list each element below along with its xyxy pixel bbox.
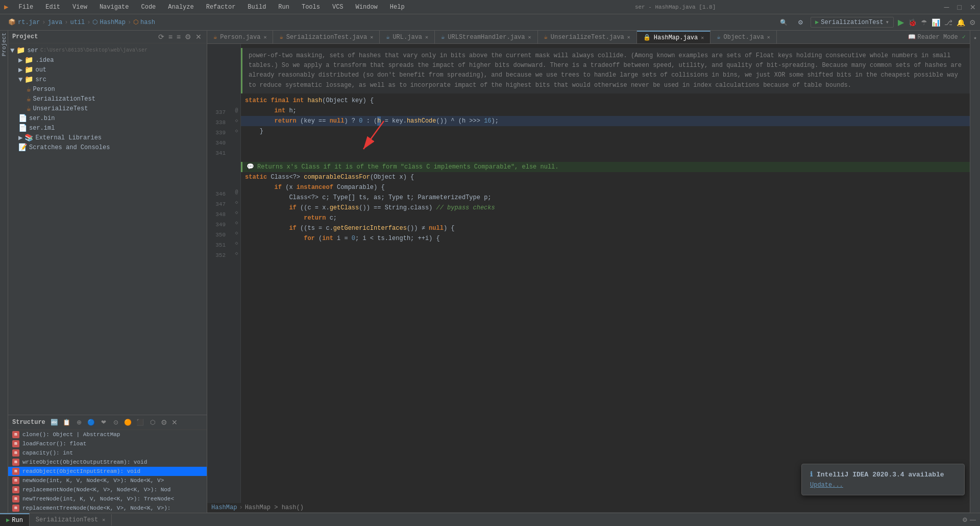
close-button[interactable]: ✕	[970, 3, 976, 11]
project-root[interactable]: ▼ 📁 ser C:\Users\86135\Desktop\web\java\…	[8, 45, 207, 55]
run-button[interactable]: ▶	[898, 17, 904, 27]
ann-337[interactable]: @	[233, 105, 240, 115]
struct-btn5[interactable]: 🟠	[123, 417, 133, 427]
notifications-button[interactable]: 🔔	[957, 18, 965, 27]
menu-file[interactable]: File	[16, 3, 35, 12]
profile-button[interactable]: 📊	[932, 18, 940, 27]
ann-346[interactable]: @	[233, 187, 240, 197]
menu-build[interactable]: Build	[246, 3, 268, 12]
sync-button[interactable]: ⟳	[157, 33, 165, 41]
tree-serbin[interactable]: 📄 ser.bin	[8, 113, 207, 123]
code-line-341[interactable]	[241, 136, 970, 147]
tree-serialization[interactable]: ☕ SerializationTest	[8, 94, 207, 104]
code-line-352[interactable]: for ( int i = 0; i < ts.length; ++i) {	[241, 233, 970, 244]
menu-window[interactable]: Window	[354, 3, 380, 12]
run-config-tab-close[interactable]: ✕	[102, 517, 105, 523]
tree-seriml[interactable]: 📄 ser.iml	[8, 123, 207, 133]
struct-item-8[interactable]: m replacementTreeNode(Node<K, V>, Node<K…	[8, 504, 207, 513]
menu-tools[interactable]: Tools	[300, 3, 322, 12]
tab-hashmap-close[interactable]: ✕	[701, 35, 704, 41]
menu-vcs[interactable]: VCS	[330, 3, 346, 12]
struct-btn7[interactable]: ⬡	[148, 417, 158, 427]
breadcrumb-rtjar-label[interactable]: rt.jar	[18, 19, 40, 26]
struct-item-3[interactable]: m writeObject(ObjectOutputStream): void	[8, 458, 207, 467]
code-line-340[interactable]: }	[241, 126, 970, 136]
tab-serialization[interactable]: ☕ SerializationTest.java ✕	[273, 31, 380, 43]
vcs-button[interactable]: ⎇	[944, 18, 952, 27]
reader-mode-button[interactable]: 📖 Reader Mode	[908, 33, 958, 41]
run-config[interactable]: ▶ SerializationTest ▾	[811, 17, 894, 28]
tree-external-libs[interactable]: ▶ 📚 External Libraries	[8, 133, 207, 142]
tab-hashmap[interactable]: 🔒 HashMap.java ✕	[637, 31, 710, 43]
breadcrumb-java[interactable]: java	[47, 19, 62, 26]
code-editor[interactable]: 337 338 339 340 341 346 347 348 349 350 …	[207, 44, 970, 503]
struct-btn3[interactable]: ❤	[99, 417, 109, 427]
tree-out[interactable]: ▶ 📁 out	[8, 65, 207, 75]
bottom-tab-run[interactable]: ▶ Run	[0, 513, 30, 526]
editor-breadcrumb-hash[interactable]: HashMap > hash()	[245, 504, 304, 511]
tab-object[interactable]: ☕ Object.java ✕	[710, 31, 776, 43]
tab-url[interactable]: ☕ URL.java ✕	[380, 31, 435, 43]
menu-navigate[interactable]: Navigate	[97, 3, 131, 12]
code-line-339[interactable]: return (key == null) ? 0 : ( h = key. ha…	[241, 116, 970, 126]
project-icon[interactable]: Project	[1, 33, 7, 56]
struct-item-2[interactable]: m capacity(): int	[8, 448, 207, 458]
menu-edit[interactable]: Edit	[43, 3, 62, 12]
struct-item-4[interactable]: m readObject(ObjectInputStream): void	[8, 467, 207, 476]
code-line-337[interactable]: static final int hash ( Object key ) {	[241, 95, 970, 106]
bottom-settings-button[interactable]: ⚙	[962, 516, 968, 523]
tab-url-close[interactable]: ✕	[425, 34, 428, 40]
settings-button[interactable]: ⚙	[795, 18, 806, 27]
sort-alpha-button[interactable]: 🔤	[50, 417, 60, 427]
struct-btn6[interactable]: ⬛	[135, 417, 145, 427]
menu-code[interactable]: Code	[139, 3, 158, 12]
code-line-338[interactable]: int h;	[241, 106, 970, 116]
struct-btn2[interactable]: 🔵	[86, 417, 96, 427]
code-line-346[interactable]: static Class<?> comparableClassFor ( Obj…	[241, 172, 970, 182]
editor-breadcrumb-hashmap[interactable]: HashMap	[211, 504, 237, 511]
menu-analyze[interactable]: Analyze	[166, 3, 195, 12]
tab-serialization-close[interactable]: ✕	[370, 34, 373, 40]
breadcrumb-util[interactable]: util	[70, 19, 85, 26]
struct-close[interactable]: ✕	[170, 418, 179, 426]
favorites-star-icon[interactable]: ★	[973, 35, 976, 41]
tab-person-close[interactable]: ✕	[263, 34, 266, 40]
more-tools-button[interactable]: ⚙	[969, 18, 976, 27]
minimize-button[interactable]: ─	[944, 3, 949, 11]
struct-settings[interactable]: ⚙	[160, 418, 168, 426]
notification-update-link[interactable]: Update...	[810, 482, 843, 489]
project-close-button[interactable]: ✕	[194, 33, 203, 41]
bottom-tab-run-config[interactable]: SerializationTest ✕	[30, 514, 112, 525]
struct-item-0[interactable]: m clone(): Object | AbstractMap	[8, 430, 207, 439]
menu-view[interactable]: View	[70, 3, 89, 12]
tree-person[interactable]: ☕ Person	[8, 84, 207, 94]
tab-unserialize[interactable]: ☕ UnserializeTest.java ✕	[538, 31, 637, 43]
coverage-button[interactable]: ☂	[921, 18, 927, 27]
code-line-347[interactable]: if (x instanceof Comparable) {	[241, 182, 970, 193]
struct-item-6[interactable]: m replacementNode(Node<K, V>, Node<K, V>…	[8, 485, 207, 494]
tab-person[interactable]: ☕ Person.java ✕	[207, 31, 273, 43]
search-everywhere-button[interactable]: 🔍	[777, 18, 791, 27]
menu-run[interactable]: Run	[276, 3, 291, 12]
bottom-collapse-button[interactable]: —	[970, 516, 976, 523]
code-line-350[interactable]: return c;	[241, 213, 970, 223]
collapse-all-button[interactable]: ≡	[176, 33, 182, 41]
tab-urlstreamhandler-close[interactable]: ✕	[528, 34, 531, 40]
struct-btn4[interactable]: ⊙	[111, 417, 121, 427]
tab-urlstreamhandler[interactable]: ☕ URLStreamHandler.java ✕	[435, 31, 538, 43]
code-line-351[interactable]: if ((ts = c. getGenericInterfaces()) ≠ n…	[241, 223, 970, 233]
struct-item-1[interactable]: m loadFactor(): float	[8, 439, 207, 448]
struct-item-7[interactable]: m newTreeNode(int, K, V, Node<K, V>): Tr…	[8, 494, 207, 504]
tree-unserialize[interactable]: ☕ UnserializeTest	[8, 104, 207, 113]
breadcrumb-hashmap[interactable]: HashMap	[100, 19, 125, 26]
debug-button[interactable]: 🐞	[908, 18, 917, 27]
code-line-348[interactable]: Class<?> c; Type[] ts, as; Type t; Param…	[241, 193, 970, 203]
breadcrumb-hash[interactable]: hash	[140, 19, 155, 26]
expand-all-button[interactable]: ≡	[167, 33, 174, 41]
tab-unserialize-close[interactable]: ✕	[627, 34, 630, 40]
tab-object-close[interactable]: ✕	[767, 34, 770, 40]
code-content[interactable]: power-of-two masking, sets of hashes tha…	[241, 44, 970, 503]
project-settings-button[interactable]: ⚙	[184, 33, 192, 41]
tree-scratches[interactable]: 📝 Scratches and Consoles	[8, 142, 207, 152]
sort-type-button[interactable]: 📋	[62, 417, 72, 427]
